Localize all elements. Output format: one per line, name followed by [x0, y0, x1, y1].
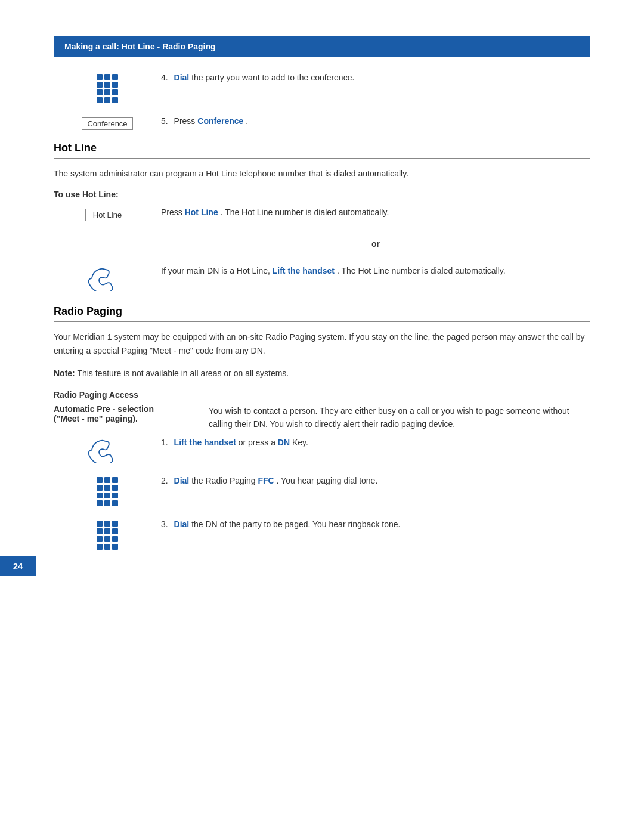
radio-paging-note: Note: This feature is not available in a…: [54, 367, 590, 380]
radio-paging-heading: Radio Paging: [54, 305, 590, 322]
keypad-dot: [112, 477, 118, 483]
page-footer: 24: [0, 556, 36, 576]
note-text: This feature is not available in all are…: [77, 368, 289, 378]
auto-pre-label: Automatic Pre - selection: [54, 404, 209, 414]
rp-step3-text: 3. Dial the DN of the party to be paged.…: [161, 518, 590, 531]
rp-step3-row: 3. Dial the DN of the party to be paged.…: [54, 518, 590, 552]
keypad-dot: [97, 500, 103, 506]
conference-button-icon: Conference: [54, 115, 161, 132]
keypad-dot: [97, 544, 103, 550]
rp-dial3: Dial: [174, 519, 190, 529]
hotline-step2-row: If your main DN is a Hot Line, Lift the …: [54, 265, 590, 293]
keypad-dot: [112, 82, 118, 88]
or-text: or: [161, 233, 590, 255]
keypad-dot: [97, 97, 103, 103]
rp-step1-suffix: or press a: [239, 438, 278, 447]
keypad-grid-rp3: [97, 521, 118, 550]
keypad-dot: [104, 500, 110, 506]
handset-icon-rp1: [54, 436, 161, 465]
keypad-dot: [104, 493, 110, 498]
keypad-dot: [112, 74, 118, 80]
rp-step2-mid: the Radio Paging: [191, 476, 258, 485]
hot-line-heading: Hot Line: [54, 142, 590, 159]
rp-step2-number: 2.: [161, 476, 168, 485]
note-label: Note:: [54, 368, 75, 378]
hotline-button-icon: Hot Line: [54, 206, 161, 224]
keypad-dot: [112, 500, 118, 506]
handset-svg-rp1: [86, 439, 128, 463]
step-4-suffix: the party you want to add to the confere…: [191, 73, 354, 82]
keypad-dot: [104, 536, 110, 542]
step-4-number: 4.: [161, 73, 168, 82]
keypad-dot: [104, 485, 110, 491]
keypad-icon-step4: [54, 72, 161, 106]
or-icon-spacer: [54, 233, 161, 238]
rp-step3-suffix: the DN of the party to be paged. You hea…: [191, 519, 400, 529]
header-banner: Making a call: Hot Line - Radio Paging: [54, 36, 590, 57]
keypad-icon-rp3: [54, 518, 161, 552]
keypad-dot: [104, 477, 110, 483]
hotline-if: If your main DN is a Hot Line,: [161, 266, 273, 275]
keypad-grid: [97, 74, 118, 103]
or-row: or: [54, 233, 590, 255]
rp-step1-number: 1.: [161, 438, 168, 447]
keypad-dot: [104, 97, 110, 103]
keypad-dot: [97, 521, 103, 527]
keypad-dot: [97, 528, 103, 534]
rp-lift: Lift the handset: [174, 438, 236, 447]
step-4-row: 4. Dial the party you want to add to the…: [54, 72, 590, 106]
rp-step2-row: 2. Dial the Radio Paging FFC . You hear …: [54, 475, 590, 509]
handset-svg: [86, 267, 128, 291]
hotline-step1-suffix: . The Hot Line number is dialed automati…: [221, 208, 389, 217]
hot-line-body: The system administrator can program a H…: [54, 167, 590, 180]
keypad-dot: [112, 493, 118, 498]
hotline-label: Hot Line: [185, 208, 218, 217]
keypad-dot: [104, 528, 110, 534]
rp-step3-number: 3.: [161, 519, 168, 529]
rp-ffc: FFC: [258, 476, 274, 485]
keypad-dot: [97, 74, 103, 80]
rp-step1-key: Key.: [292, 438, 308, 447]
keypad-grid-rp2: [97, 477, 118, 506]
keypad-dot: [104, 521, 110, 527]
keypad-dot: [112, 521, 118, 527]
radio-paging-access-heading: Radio Paging Access: [54, 390, 590, 400]
auto-pre-left: Automatic Pre - selection ("Meet - me" p…: [54, 404, 209, 423]
rp-step1-text: 1. Lift the handset or press a DN Key.: [161, 436, 590, 449]
keypad-dot: [112, 536, 118, 542]
hotline-lift: Lift the handset: [273, 266, 335, 275]
or-divider: or: [161, 238, 590, 250]
rp-step2-text: 2. Dial the Radio Paging FFC . You hear …: [161, 475, 590, 487]
step-5-period: .: [246, 116, 248, 126]
hot-line-section: Hot Line The system administrator can pr…: [54, 142, 590, 293]
rp-dial2: Dial: [174, 476, 190, 485]
hotline-step1-text: Press Hot Line . The Hot Line number is …: [161, 206, 590, 219]
conference-button[interactable]: Conference: [82, 117, 132, 130]
rp-dn: DN: [278, 438, 290, 447]
keypad-dot: [104, 82, 110, 88]
step-5-conference: Conference: [197, 116, 243, 126]
rp-step2-suffix: . You hear paging dial tone.: [277, 476, 378, 485]
page-container: Making a call: Hot Line - Radio Paging 4…: [0, 0, 644, 600]
keypad-dot: [104, 544, 110, 550]
keypad-dot: [112, 89, 118, 95]
keypad-dot: [104, 89, 110, 95]
handset-icon-hotline: [54, 265, 161, 293]
keypad-dot: [97, 485, 103, 491]
keypad-dot: [112, 528, 118, 534]
header-title: Making a call: Hot Line - Radio Paging: [64, 42, 216, 51]
page-number: 24: [13, 561, 23, 571]
hotline-button[interactable]: Hot Line: [85, 209, 129, 221]
radio-paging-body: Your Meridian 1 system may be equipped w…: [54, 330, 590, 357]
hotline-press: Press: [161, 208, 185, 217]
keypad-dot: [97, 477, 103, 483]
step-5-text: 5. Press Conference .: [161, 115, 590, 128]
keypad-dot: [112, 544, 118, 550]
keypad-dot: [97, 536, 103, 542]
hot-line-subheading: To use Hot Line:: [54, 190, 590, 199]
keypad-dot: [104, 74, 110, 80]
keypad-dot: [97, 82, 103, 88]
step-5-prefix: Press: [174, 116, 198, 126]
keypad-dot: [112, 97, 118, 103]
rp-step1-row: 1. Lift the handset or press a DN Key.: [54, 436, 590, 465]
